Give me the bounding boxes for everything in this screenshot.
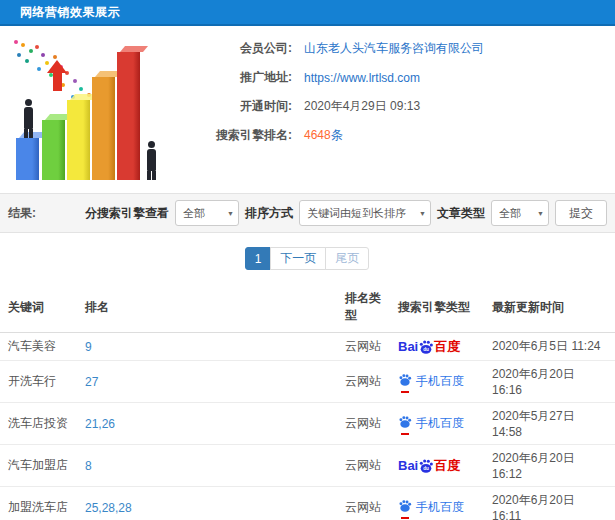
company-row: 会员公司: 山东老人头汽车服务咨询有限公司 [200, 40, 484, 57]
company-link[interactable]: 山东老人头汽车服务咨询有限公司 [304, 40, 484, 57]
updated-cell: 2020年6月5日 11:24 [484, 333, 615, 361]
baidu-paw-icon: du [418, 458, 434, 474]
baidu-paw-icon [398, 373, 412, 387]
baidu-logo: Baidu百度 [398, 458, 460, 474]
header-rank: 排名 [77, 282, 337, 333]
page-button-current[interactable]: 1 [245, 247, 272, 270]
engine-rank-value: 4648条 [304, 127, 343, 144]
businessman-figure [22, 99, 35, 138]
table-row: 洗车店投资 21,26 云网站 手机百度 2020年5月27日 14:58 [0, 403, 615, 445]
baidu-mobile-logo: 手机百度 [398, 499, 464, 516]
bar-graphic-orange [92, 77, 115, 180]
promo-url-row: 推广地址: https://www.lrtlsd.com [200, 69, 484, 86]
rank-link[interactable]: 8 [85, 459, 92, 473]
company-label: 会员公司: [200, 40, 292, 57]
rank-type-cell: 云网站 [337, 487, 390, 520]
table-row: 加盟洗车店 25,28,28 云网站 手机百度 2020年6月20日 16:11 [0, 487, 615, 520]
page-header: 网络营销效果展示 [0, 0, 615, 26]
engine-rank-row: 搜索引擎排名: 4648条 [200, 127, 484, 144]
paw-underline [401, 433, 409, 435]
table-row: 开洗车行 27 云网站 手机百度 2020年6月20日 16:16 [0, 361, 615, 403]
engine-filter-label: 分搜索引擎查看 [85, 205, 169, 222]
sort-label: 排序方式 [245, 205, 293, 222]
rank-count: 4648 [304, 128, 331, 142]
keyword-cell: 洗车店投资 [0, 403, 77, 445]
svg-text:du: du [423, 347, 429, 352]
engine-filter-select-wrap: 全部 [175, 200, 239, 226]
updated-cell: 2020年6月20日 16:16 [484, 361, 615, 403]
bar-graphic-green [42, 120, 65, 180]
member-info-block: 会员公司: 山东老人头汽车服务咨询有限公司 推广地址: https://www.… [200, 32, 484, 193]
result-label: 结果: [8, 205, 36, 222]
header-engine-type: 搜索引擎类型 [390, 282, 484, 333]
article-type-label: 文章类型 [437, 205, 485, 222]
open-time-label: 开通时间: [200, 98, 292, 115]
page-button-last[interactable]: 尾页 [325, 247, 369, 270]
bar-graphic-yellow [67, 100, 90, 180]
sort-select[interactable]: 关键词由短到长排序 [299, 200, 431, 226]
baidu-logo: Baidu百度 [398, 339, 460, 355]
marketing-chart-illustration [4, 32, 172, 190]
article-type-select[interactable]: 全部 [491, 200, 549, 226]
table-row: 汽车加盟店 8 云网站 Baidu百度 2020年6月20日 16:12 [0, 445, 615, 487]
top-info-section: 会员公司: 山东老人头汽车服务咨询有限公司 推广地址: https://www.… [0, 26, 615, 193]
paw-underline [401, 517, 409, 519]
rank-unit: 条 [331, 128, 343, 142]
rank-type-cell: 云网站 [337, 445, 390, 487]
results-table: 关键词 排名 排名类型 搜索引擎类型 最新更新时间 汽车美容 9 云网站 Bai… [0, 282, 615, 520]
rank-type-cell: 云网站 [337, 361, 390, 403]
rank-link[interactable]: 25,28,28 [85, 501, 132, 515]
table-row: 汽车美容 9 云网站 Baidu百度 2020年6月5日 11:24 [0, 333, 615, 361]
keyword-cell: 开洗车行 [0, 361, 77, 403]
rank-type-cell: 云网站 [337, 403, 390, 445]
filter-controls: 分搜索引擎查看 全部 排序方式 关键词由短到长排序 文章类型 全部 提交 [85, 200, 607, 226]
baidu-mobile-logo: 手机百度 [398, 373, 464, 390]
pagination: 1 下一页 尾页 [0, 233, 615, 282]
engine-rank-label: 搜索引擎排名: [200, 127, 292, 144]
open-time-value: 2020年4月29日 09:13 [304, 98, 420, 115]
rank-link[interactable]: 9 [85, 340, 92, 354]
promo-url-label: 推广地址: [200, 69, 292, 86]
submit-button[interactable]: 提交 [555, 200, 607, 226]
baidu-paw-icon: du [418, 339, 434, 355]
updated-cell: 2020年6月20日 16:11 [484, 487, 615, 520]
baidu-paw-icon [398, 415, 412, 429]
rank-type-cell: 云网站 [337, 333, 390, 361]
bar-graphic-blue [16, 138, 39, 180]
keyword-cell: 加盟洗车店 [0, 487, 77, 520]
page-button-next[interactable]: 下一页 [270, 247, 326, 270]
header-rank-type: 排名类型 [337, 282, 390, 333]
promo-url-link[interactable]: https://www.lrtlsd.com [304, 71, 420, 85]
header-keyword: 关键词 [0, 282, 77, 333]
keyword-cell: 汽车美容 [0, 333, 77, 361]
table-header-row: 关键词 排名 排名类型 搜索引擎类型 最新更新时间 [0, 282, 615, 333]
up-arrow-graphic [46, 60, 68, 94]
keyword-cell: 汽车加盟店 [0, 445, 77, 487]
bar-graphic-red [117, 52, 140, 180]
updated-cell: 2020年6月20日 16:12 [484, 445, 615, 487]
svg-text:du: du [423, 466, 429, 471]
sort-select-wrap: 关键词由短到长排序 [299, 200, 431, 226]
open-time-row: 开通时间: 2020年4月29日 09:13 [200, 98, 484, 115]
baidu-mobile-logo: 手机百度 [398, 415, 464, 432]
article-type-select-wrap: 全部 [491, 200, 549, 226]
paw-underline [401, 391, 409, 393]
baidu-paw-icon [398, 499, 412, 513]
businessman-figure [145, 141, 158, 180]
engine-filter-select[interactable]: 全部 [175, 200, 239, 226]
rank-link[interactable]: 21,26 [85, 417, 115, 431]
page-title: 网络营销效果展示 [20, 4, 120, 21]
filter-bar: 结果: 分搜索引擎查看 全部 排序方式 关键词由短到长排序 文章类型 全部 提交 [0, 193, 615, 233]
confetti-dots-graphic [14, 40, 18, 44]
updated-cell: 2020年5月27日 14:58 [484, 403, 615, 445]
header-updated: 最新更新时间 [484, 282, 615, 333]
rank-link[interactable]: 27 [85, 375, 98, 389]
